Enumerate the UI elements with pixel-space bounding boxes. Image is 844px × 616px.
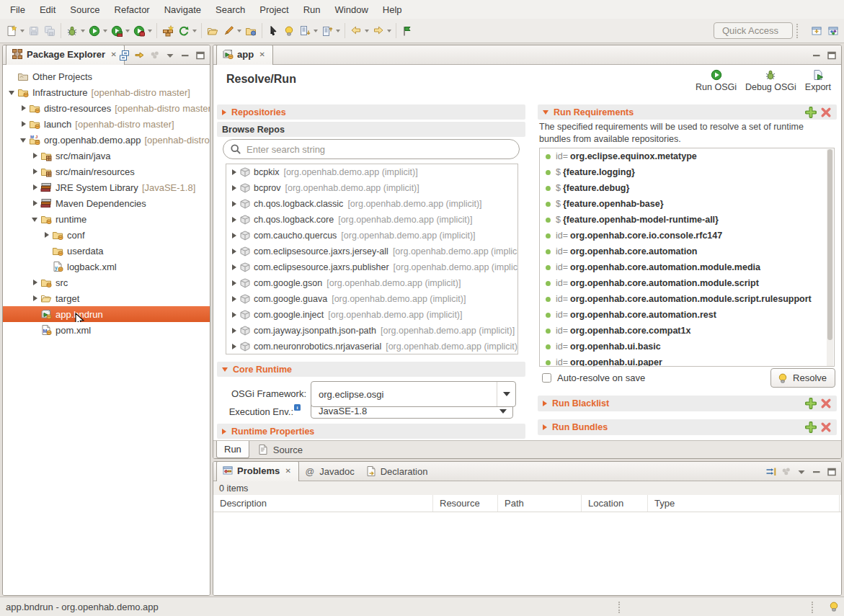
expand-arrow-icon[interactable]: [229, 307, 239, 323]
add-requirement-button[interactable]: [805, 107, 817, 118]
open-task-button[interactable]: [205, 22, 221, 40]
menu-source[interactable]: Source: [63, 1, 107, 18]
section-run-blacklist[interactable]: Run Blacklist: [538, 396, 837, 411]
requirement-item[interactable]: id=org.openhab.ui.basic: [540, 339, 834, 354]
tree-item[interactable]: distro-resources[openhab-distro master]: [3, 100, 210, 116]
repo-item[interactable]: com.jayway.jsonpath.json-path[org.openha…: [226, 323, 517, 339]
link-with-editor-icon[interactable]: [133, 49, 146, 61]
coverage-button[interactable]: [109, 22, 131, 40]
expand-arrow-icon[interactable]: [229, 228, 239, 244]
repo-item[interactable]: com.google.gson[org.openhab.demo.app (im…: [226, 275, 517, 291]
page-tab-run[interactable]: Run: [216, 441, 249, 458]
chevron-down-icon[interactable]: [192, 30, 197, 32]
menu-file[interactable]: File: [3, 1, 32, 18]
repo-item[interactable]: bcpkix[org.openhab.demo.app (implicit)]: [226, 164, 517, 180]
maximize-icon[interactable]: [825, 465, 838, 478]
section-runtime-properties[interactable]: Runtime Properties: [217, 424, 525, 439]
column-header-resource[interactable]: Resource: [433, 495, 498, 512]
tree-item[interactable]: Other Projects: [3, 68, 210, 84]
close-icon[interactable]: ✕: [257, 50, 267, 59]
focus-task-icon[interactable]: [780, 465, 792, 478]
tab-javadoc[interactable]: @Javadoc: [299, 462, 360, 481]
tree-item[interactable]: target: [3, 290, 210, 306]
expand-arrow-icon[interactable]: [229, 291, 239, 307]
menu-run[interactable]: Run: [296, 1, 328, 18]
column-header-path[interactable]: Path: [498, 495, 582, 512]
pointer-button[interactable]: [265, 22, 281, 40]
menu-project[interactable]: Project: [252, 1, 296, 18]
expand-arrow-icon[interactable]: [30, 164, 40, 179]
next-annotation-button[interactable]: [297, 22, 319, 40]
repo-item[interactable]: ch.qos.logback.core[org.openhab.demo.app…: [226, 212, 517, 228]
debug-osgi-button[interactable]: Debug OSGi: [742, 67, 799, 94]
minimize-icon[interactable]: [810, 465, 822, 478]
new-java-project-button[interactable]: [160, 22, 176, 40]
page-tab-source[interactable]: Source: [249, 441, 310, 458]
chevron-down-icon[interactable]: [237, 30, 241, 32]
menu-window[interactable]: Window: [328, 1, 376, 18]
repo-item[interactable]: com.neuronrobotics.nrjavaserial[org.open…: [226, 339, 517, 354]
menu-help[interactable]: Help: [376, 1, 409, 18]
requirement-item[interactable]: ${feature.openhab-model-runtime-all}: [540, 212, 834, 228]
expand-arrow-icon[interactable]: [229, 164, 239, 180]
tab-declaration[interactable]: Declaration: [360, 462, 434, 481]
tree-item[interactable]: src/main/resources: [3, 164, 210, 179]
collapse-arrow-icon[interactable]: [19, 132, 29, 148]
repo-item[interactable]: ch.qos.logback.classic[org.openhab.demo.…: [226, 196, 517, 212]
section-run-requirements[interactable]: Run Requirements: [538, 104, 837, 120]
add-bundle-button[interactable]: [805, 421, 817, 433]
expand-arrow-icon[interactable]: [229, 180, 239, 196]
export-button[interactable]: Export: [802, 67, 834, 94]
tree-item[interactable]: MJorg.openhab.demo.app[openhab-distro ma…: [3, 132, 210, 148]
chevron-down-icon[interactable]: [365, 30, 369, 32]
repo-search-input[interactable]: Enter search string: [223, 139, 520, 159]
tree-item[interactable]: Infrastructure[openhab-distro master]: [3, 84, 210, 100]
tree-item[interactable]: src/main/java: [3, 148, 210, 164]
prev-annotation-button[interactable]: [319, 22, 342, 40]
maximize-icon[interactable]: [825, 49, 838, 61]
expand-arrow-icon[interactable]: [42, 227, 52, 243]
close-icon[interactable]: ✕: [283, 466, 293, 476]
expand-arrow-icon[interactable]: [30, 179, 40, 195]
forward-button[interactable]: [370, 22, 393, 40]
requirement-item[interactable]: id=org.openhab.core.automation.module.sc…: [540, 291, 834, 307]
requirement-item[interactable]: id=org.openhab.core.automation.module.sc…: [540, 275, 834, 291]
quick-access-input[interactable]: Quick Access: [714, 22, 793, 39]
auto-resolve-option[interactable]: Auto-resolve on save: [542, 372, 645, 383]
section-repositories[interactable]: Repositories: [217, 104, 525, 120]
repo-item[interactable]: com.eclipsesource.jaxrs.publisher[org.op…: [226, 259, 517, 275]
repo-item[interactable]: bcprov[org.openhab.demo.app (implicit)]: [226, 180, 517, 196]
repo-item[interactable]: com.google.guava[org.openhab.demo.app (i…: [226, 291, 517, 307]
requirement-item[interactable]: id=org.openhab.core.compat1x: [540, 323, 834, 339]
section-core-runtime[interactable]: Core Runtime: [217, 362, 525, 377]
requirement-item[interactable]: id=org.eclipse.equinox.metatype: [540, 148, 834, 164]
focus-task-icon[interactable]: [148, 49, 161, 61]
chevron-down-icon[interactable]: [125, 30, 130, 32]
collapse-all-icon[interactable]: [118, 49, 130, 61]
tree-item[interactable]: JRE System Library[JavaSE-1.8]: [3, 179, 210, 195]
last-edit-location-button[interactable]: [399, 22, 415, 40]
menu-search[interactable]: Search: [208, 1, 252, 18]
tree-item[interactable]: Maven Dependencies: [3, 195, 210, 211]
tree-item[interactable]: ylogback.xml: [3, 259, 210, 274]
scrollbar[interactable]: [827, 149, 833, 367]
tree-item[interactable]: Mpom.xml: [3, 322, 210, 338]
debug-button[interactable]: [64, 22, 86, 40]
requirement-item[interactable]: ${feature.debug}: [540, 180, 834, 196]
view-menu-icon[interactable]: [164, 49, 176, 61]
tab-app-bndrun[interactable]: app ✕: [216, 45, 273, 65]
expand-arrow-icon[interactable]: [229, 196, 239, 212]
tab-package-explorer[interactable]: Package Explorer ✕: [6, 45, 125, 65]
scrollbar-thumb[interactable]: [827, 149, 832, 340]
requirement-item[interactable]: id=org.openhab.core.automation: [540, 244, 834, 259]
tree-item[interactable]: app.bndrun: [3, 306, 210, 322]
chevron-down-icon[interactable]: [387, 30, 391, 32]
tree-item[interactable]: userdata: [3, 243, 210, 259]
remove-blacklist-button[interactable]: [820, 398, 832, 409]
chevron-down-icon[interactable]: [148, 30, 152, 32]
requirement-item[interactable]: ${feature.openhab-base}: [540, 196, 834, 212]
requirement-item[interactable]: id=org.openhab.core.automation.module.me…: [540, 259, 834, 275]
filter-icon[interactable]: [765, 465, 777, 478]
menu-edit[interactable]: Edit: [32, 1, 63, 18]
menu-refactor[interactable]: Refactor: [107, 1, 157, 18]
